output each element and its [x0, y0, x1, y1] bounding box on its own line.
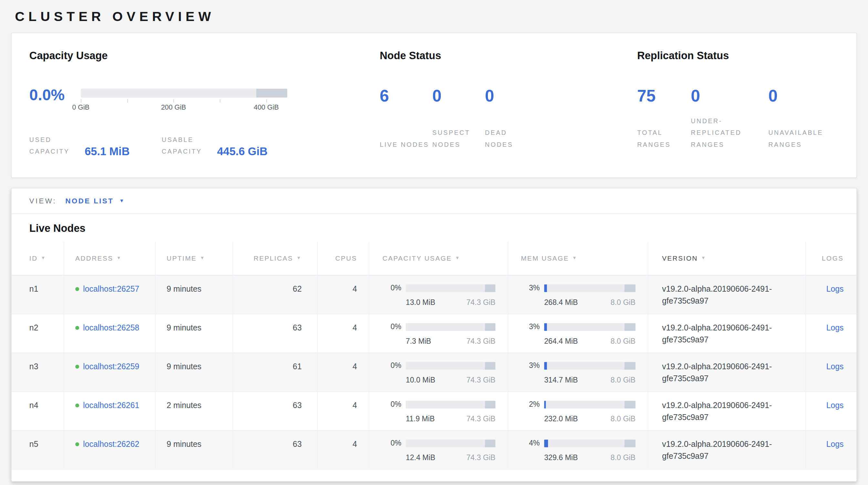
- view-selector-dropdown[interactable]: NODE LIST ▼: [65, 197, 124, 205]
- node-status-section: Node Status 6 LIVE NODES 0 SUSPECT NODES…: [380, 50, 637, 177]
- capacity-bar-cap: [485, 401, 495, 409]
- node-id-cell: n1: [11, 276, 64, 314]
- node-replicas-cell: 63: [233, 314, 318, 352]
- node-address-link[interactable]: localhost:26261: [83, 401, 139, 409]
- unavailable-ranges-label: UNAVAILABLE RANGES: [768, 127, 830, 151]
- memory-total-value: 8.0 GiB: [611, 336, 636, 348]
- capacity-usage-bar: [406, 285, 496, 292]
- live-nodes-label: LIVE NODES: [380, 139, 429, 151]
- column-header-id[interactable]: ID ▼: [11, 241, 64, 275]
- column-header-cpus: CPUS: [318, 241, 369, 275]
- node-address-link[interactable]: localhost:26259: [83, 362, 139, 371]
- column-header-logs: LOGS: [806, 241, 857, 275]
- table-header-row: ID ▼ ADDRESS ▼ UPTIME ▼ REPLICAS ▼ CPUS: [11, 241, 857, 276]
- sort-arrow-icon: ▼: [455, 255, 461, 260]
- total-ranges-count: 75: [637, 88, 691, 104]
- memory-used-value: 329.6 MiB: [544, 452, 578, 464]
- node-logs-link[interactable]: Logs: [826, 323, 844, 332]
- node-live-status-icon: [75, 403, 79, 407]
- memory-usage-bar: [544, 440, 636, 448]
- capacity-percent: 0%: [383, 321, 401, 333]
- node-live-status-icon: [75, 287, 79, 291]
- capacity-used-value: 11.9 MiB: [406, 413, 435, 425]
- clipped-next-row: [11, 469, 857, 480]
- gauge-tick-label: 200 GiB: [161, 104, 186, 112]
- node-cpus-cell: 4: [318, 276, 369, 314]
- memory-bar-cap: [624, 440, 636, 448]
- table-row: n3 localhost:26259 9 minutes 61 4 0% 10.…: [11, 353, 857, 392]
- node-logs-link[interactable]: Logs: [826, 284, 844, 293]
- memory-bar-fill: [544, 440, 548, 448]
- capacity-used-percent: 0.0%: [29, 88, 81, 103]
- capacity-bar-cap: [485, 440, 495, 448]
- replication-status-title: Replication Status: [637, 50, 857, 62]
- suspect-nodes-label: SUSPECT NODES: [432, 127, 485, 151]
- memory-bar-cap: [624, 285, 636, 292]
- memory-used-value: 264.4 MiB: [544, 336, 578, 348]
- replication-status-section: Replication Status 75 TOTAL RANGES 0 UND…: [637, 50, 857, 177]
- node-capacity-usage-cell: 0% 11.9 MiB 74.3 GiB: [369, 392, 508, 430]
- node-address-link[interactable]: localhost:26257: [83, 284, 139, 293]
- node-address-cell: localhost:26257: [64, 276, 156, 314]
- capacity-bar-cap: [485, 323, 495, 331]
- node-address-link[interactable]: localhost:26262: [83, 439, 139, 448]
- memory-percent: 3%: [521, 283, 539, 294]
- node-cpus-cell: 4: [318, 392, 369, 430]
- capacity-used-value: 13.0 MiB: [406, 297, 435, 309]
- suspect-nodes-count: 0: [432, 88, 485, 104]
- node-uptime-cell: 9 minutes: [156, 431, 233, 469]
- unavailable-ranges-count: 0: [768, 88, 857, 104]
- column-header-uptime[interactable]: UPTIME ▼: [156, 241, 233, 275]
- node-status-title: Node Status: [380, 50, 637, 62]
- gauge-tick: [174, 99, 174, 103]
- capacity-percent: 0%: [383, 360, 401, 372]
- capacity-used-value: 7.3 MiB: [406, 336, 431, 348]
- node-rows: n1 localhost:26257 9 minutes 62 4 0% 13.…: [11, 276, 857, 469]
- table-row: n4 localhost:26261 2 minutes 63 4 0% 11.…: [11, 392, 857, 431]
- capacity-total-value: 74.3 GiB: [466, 375, 495, 387]
- dead-nodes-label: DEAD NODES: [485, 127, 538, 151]
- node-replicas-cell: 63: [233, 392, 318, 430]
- node-address-link[interactable]: localhost:26258: [83, 323, 139, 332]
- node-logs-cell: Logs: [806, 276, 857, 314]
- column-header-replicas[interactable]: REPLICAS ▼: [233, 241, 318, 275]
- memory-total-value: 8.0 GiB: [611, 297, 636, 309]
- node-capacity-usage-cell: 0% 10.0 MiB 74.3 GiB: [369, 353, 508, 391]
- node-logs-cell: Logs: [806, 314, 857, 352]
- node-version-cell: v19.2.0-alpha.20190606-2491-gfe735c9a97: [648, 314, 806, 352]
- node-logs-link[interactable]: Logs: [826, 439, 844, 448]
- column-header-mem-usage[interactable]: MEM USAGE ▼: [508, 241, 648, 275]
- view-selected-value: NODE LIST: [65, 197, 114, 205]
- memory-total-value: 8.0 GiB: [611, 413, 636, 425]
- chevron-down-icon: ▼: [119, 199, 124, 203]
- memory-bar-fill: [544, 323, 547, 331]
- capacity-gauge-axis: 0 GiB 200 GiB 400 GiB: [81, 98, 287, 115]
- table-row: n1 localhost:26257 9 minutes 62 4 0% 13.…: [11, 276, 857, 314]
- sort-arrow-icon: ▼: [701, 255, 706, 260]
- capacity-total-value: 74.3 GiB: [466, 336, 495, 348]
- node-mem-usage-cell: 3% 314.7 MiB 8.0 GiB: [508, 353, 648, 391]
- capacity-bar-cap: [485, 285, 495, 292]
- node-logs-link[interactable]: Logs: [826, 401, 844, 409]
- node-address-cell: localhost:26261: [64, 392, 156, 430]
- column-header-version[interactable]: VERSION ▼: [648, 241, 806, 275]
- capacity-usage-bar: [406, 323, 496, 331]
- node-logs-link[interactable]: Logs: [826, 362, 844, 371]
- gauge-tick-label: 0 GiB: [72, 104, 89, 112]
- node-live-status-icon: [75, 365, 79, 369]
- memory-percent: 4%: [521, 438, 539, 450]
- cluster-overview-page: CLUSTER OVERVIEW Capacity Usage 0.0%: [0, 0, 868, 485]
- under-replicated-ranges-label: UNDER-REPLICATED RANGES: [691, 115, 753, 151]
- node-id-cell: n3: [11, 353, 64, 391]
- node-live-status-icon: [75, 326, 79, 330]
- memory-bar-fill: [544, 401, 546, 409]
- usable-capacity-label: USABLE CAPACITY: [162, 134, 211, 158]
- column-header-capacity-usage[interactable]: CAPACITY USAGE ▼: [369, 241, 508, 275]
- column-header-address[interactable]: ADDRESS ▼: [64, 241, 156, 275]
- node-logs-cell: Logs: [806, 353, 857, 391]
- gauge-tick: [266, 99, 267, 103]
- memory-usage-bar: [544, 323, 636, 331]
- sort-arrow-icon: ▼: [572, 255, 578, 260]
- view-label: VIEW:: [29, 197, 57, 205]
- page-title: CLUSTER OVERVIEW: [0, 0, 868, 24]
